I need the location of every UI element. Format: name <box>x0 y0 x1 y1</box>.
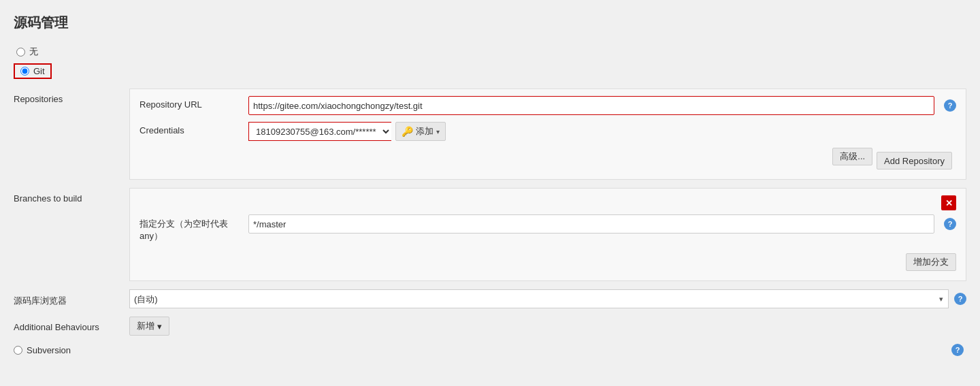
source-browser-help-icon[interactable]: ? <box>954 293 966 305</box>
repo-url-label: Repository URL <box>140 96 248 110</box>
credential-select[interactable]: 18109230755@163.com/****** <box>248 122 391 141</box>
page-title: 源码管理 <box>14 14 966 32</box>
advanced-button[interactable]: 高级... <box>832 148 872 165</box>
radio-subversion-label: Subversion <box>27 345 71 355</box>
radio-none-label: 无 <box>29 46 38 58</box>
key-icon: 🔑 <box>402 126 413 137</box>
branches-section: Branches to build ✕ 指定分支（为空时代表any） ? 增加分… <box>14 188 966 281</box>
branch-input-controls: ? <box>248 214 956 234</box>
branches-panel: ✕ 指定分支（为空时代表any） ? 增加分支 <box>129 188 966 281</box>
credentials-controls: 18109230755@163.com/****** 🔑 添加 ▾ <box>248 122 956 141</box>
repositories-section: Repositories Repository URL ? Credential… <box>14 89 966 180</box>
radio-none[interactable] <box>16 48 25 57</box>
repo-url-row: Repository URL ? <box>140 96 956 115</box>
repositories-label: Repositories <box>14 89 129 104</box>
subversion-help-icon[interactable]: ? <box>951 344 964 356</box>
subversion-row: Subversion ? <box>14 344 966 356</box>
branch-row: 指定分支（为空时代表any） ? <box>140 214 956 242</box>
credential-select-wrapper: 18109230755@163.com/****** <box>248 122 391 141</box>
repo-url-input[interactable] <box>248 96 934 115</box>
radio-subversion[interactable] <box>14 346 22 355</box>
add-repository-button[interactable]: Add Repository <box>877 152 952 170</box>
branch-input[interactable] <box>248 214 934 234</box>
additional-behaviours-label: Additional Behaviours <box>14 317 129 332</box>
additional-behaviours-section: Additional Behaviours 新增 ▾ <box>14 317 966 336</box>
repo-url-controls: ? <box>248 96 956 115</box>
radio-git[interactable] <box>20 67 29 76</box>
delete-branch-button[interactable]: ✕ <box>941 195 956 210</box>
additional-add-label: 新增 <box>137 320 154 332</box>
add-branch-button[interactable]: 增加分支 <box>906 253 956 271</box>
radio-git-label: Git <box>33 66 45 76</box>
add-credential-label: 添加 <box>416 125 434 138</box>
additional-dropdown-icon: ▾ <box>157 321 162 332</box>
add-credential-button[interactable]: 🔑 添加 ▾ <box>395 122 446 141</box>
radio-none-row: 无 <box>14 44 966 59</box>
repo-action-buttons: 高级... Add Repository <box>140 148 956 170</box>
source-browser-section: 源码库浏览器 (自动) ? <box>14 289 966 308</box>
branch-input-label: 指定分支（为空时代表any） <box>140 214 248 242</box>
repositories-panel: Repository URL ? Credentials 18109230755… <box>129 89 966 180</box>
additional-add-button[interactable]: 新增 ▾ <box>129 317 169 336</box>
source-browser-label: 源码库浏览器 <box>14 289 129 307</box>
source-browser-select[interactable]: (自动) <box>129 289 949 308</box>
source-browser-select-wrapper: (自动) <box>129 289 949 308</box>
repo-url-help-icon[interactable]: ? <box>944 99 956 112</box>
add-credential-dropdown-icon: ▾ <box>436 128 440 135</box>
credentials-label: Credentials <box>140 122 248 135</box>
branches-label: Branches to build <box>14 188 129 204</box>
credentials-row: Credentials 18109230755@163.com/****** 🔑… <box>140 122 956 141</box>
branch-help-icon[interactable]: ? <box>944 218 956 230</box>
